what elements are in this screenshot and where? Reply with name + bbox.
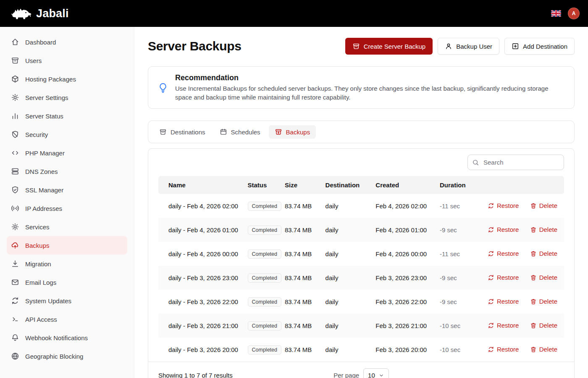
avatar[interactable]: A: [568, 8, 580, 19]
delete-label: Delete: [539, 274, 557, 281]
backup-duration: -9 sec: [440, 266, 481, 290]
archive-icon: [159, 128, 167, 136]
status-badge: Completed: [248, 249, 281, 259]
user-icon: [445, 42, 452, 50]
delete-button[interactable]: Delete: [530, 346, 557, 353]
sidebar-item-ip-addresses[interactable]: IP Addresses: [7, 199, 127, 218]
sidebar-item-label: Geographic Blocking: [25, 353, 83, 360]
topbar-right: A: [551, 8, 580, 19]
sidebar-item-users[interactable]: Users: [7, 51, 127, 70]
restore-button[interactable]: Restore: [488, 346, 519, 353]
brand-name: Jabali: [36, 7, 69, 20]
delete-button[interactable]: Delete: [530, 226, 557, 233]
delete-label: Delete: [539, 346, 557, 353]
sidebar-item-migration[interactable]: Migration: [7, 255, 127, 273]
trash-icon: [530, 202, 537, 209]
delete-button[interactable]: Delete: [530, 274, 557, 281]
delete-button[interactable]: Delete: [530, 250, 557, 257]
recommendation-text: Recommendation Use Incremental Backups f…: [175, 74, 565, 102]
status-badge: Completed: [248, 321, 281, 331]
search-input[interactable]: [467, 155, 564, 170]
gear-icon: [11, 93, 19, 102]
recommendation-title: Recommendation: [175, 74, 565, 82]
refresh-icon: [488, 250, 494, 257]
lightbulb-icon: [158, 82, 168, 93]
backup-size: 83.74 MB: [285, 242, 326, 266]
page-head: Server Backups Create Server Backup Back…: [148, 38, 575, 55]
backup-created: Feb 4, 2026 00:00: [375, 242, 440, 266]
sidebar-item-label: Services: [25, 223, 50, 231]
code-icon: [11, 149, 19, 157]
backup-size: 83.74 MB: [285, 290, 326, 314]
sidebar-item-server-status[interactable]: Server Status: [7, 107, 127, 125]
table-row: daily - Feb 3, 2026 21:00 Completed 83.7…: [158, 314, 564, 338]
add-destination-button[interactable]: Add Destination: [504, 38, 575, 55]
sidebar-item-php-manager[interactable]: PHP Manager: [7, 144, 127, 162]
delete-label: Delete: [539, 250, 557, 257]
home-icon: [11, 38, 19, 46]
status-badge: Completed: [248, 226, 281, 235]
sidebar-item-system-updates[interactable]: System Updates: [7, 291, 127, 310]
sidebar-item-hosting-packages[interactable]: Hosting Packages: [7, 70, 127, 88]
delete-button[interactable]: Delete: [530, 322, 557, 329]
button-label: Create Server Backup: [364, 43, 426, 50]
sidebar-item-backups[interactable]: Backups: [7, 236, 127, 255]
tab-destinations[interactable]: Destinations: [153, 125, 211, 139]
refresh-icon: [488, 346, 494, 353]
sidebar-item-security[interactable]: Security: [7, 125, 127, 144]
uk-flag-icon[interactable]: [551, 10, 561, 17]
status-badge: Completed: [248, 202, 281, 211]
envelope-icon: [11, 278, 19, 286]
refresh-icon: [488, 202, 494, 209]
tab-backups[interactable]: Backups: [269, 125, 316, 139]
restore-button[interactable]: Restore: [488, 298, 519, 305]
backup-duration: -9 sec: [440, 290, 481, 314]
recommendation-card: Recommendation Use Incremental Backups f…: [148, 66, 575, 109]
row-actions: Restore Delete: [481, 290, 564, 314]
per-page-select[interactable]: 10: [363, 368, 389, 378]
sidebar-item-dns-zones[interactable]: DNS Zones: [7, 162, 127, 181]
create-server-backup-button[interactable]: Create Server Backup: [345, 38, 433, 55]
backup-user-button[interactable]: Backup User: [438, 38, 499, 55]
trash-icon: [530, 298, 537, 305]
backup-destination: daily: [326, 242, 376, 266]
sidebar-item-geographic-blocking[interactable]: Geographic Blocking: [7, 347, 127, 365]
restore-button[interactable]: Restore: [488, 274, 519, 281]
restore-button[interactable]: Restore: [488, 226, 519, 233]
sidebar-item-dashboard[interactable]: Dashboard: [7, 33, 127, 51]
gear-icon: [11, 223, 19, 231]
table-row: daily - Feb 3, 2026 22:00 Completed 83.7…: [158, 290, 564, 314]
archive-box-icon: [352, 42, 360, 50]
button-label: Backup User: [456, 43, 492, 50]
sidebar-item-ssl-manager[interactable]: SSL Manager: [7, 181, 127, 199]
sidebar-item-services[interactable]: Services: [7, 218, 127, 236]
plus-square-icon: [512, 42, 519, 50]
restore-button[interactable]: Restore: [488, 250, 519, 257]
restore-button[interactable]: Restore: [488, 322, 519, 329]
backup-size: 83.74 MB: [285, 218, 326, 242]
archive-icon: [11, 56, 19, 65]
refresh-icon: [488, 274, 494, 281]
tab-schedules[interactable]: Schedules: [214, 125, 266, 139]
restore-button[interactable]: Restore: [488, 202, 519, 209]
topbar: Jabali A: [0, 0, 588, 27]
status-badge: Completed: [248, 345, 281, 354]
backup-name: daily - Feb 4, 2026 02:00: [158, 194, 248, 218]
sidebar-item-api-access[interactable]: API Access: [7, 310, 127, 328]
table-header-row: NameStatusSizeDestinationCreatedDuration: [158, 176, 564, 194]
delete-button[interactable]: Delete: [530, 298, 557, 305]
column-duration: Duration: [440, 176, 481, 194]
broadcast-icon: [11, 204, 19, 213]
sidebar-item-label: SSL Manager: [25, 186, 63, 194]
sidebar-item-label: Users: [25, 57, 42, 64]
brand[interactable]: Jabali: [11, 6, 69, 21]
backup-status-cell: Completed: [248, 266, 285, 290]
backup-status-cell: Completed: [248, 194, 285, 218]
backup-destination: daily: [326, 314, 376, 338]
sidebar-item-server-settings[interactable]: Server Settings: [7, 88, 127, 107]
restore-label: Restore: [497, 250, 519, 257]
delete-button[interactable]: Delete: [530, 202, 557, 209]
sidebar-item-email-logs[interactable]: Email Logs: [7, 273, 127, 291]
sidebar-item-webhook-notifications[interactable]: Webhook Notifications: [7, 328, 127, 347]
backup-name: daily - Feb 3, 2026 22:00: [158, 290, 248, 314]
